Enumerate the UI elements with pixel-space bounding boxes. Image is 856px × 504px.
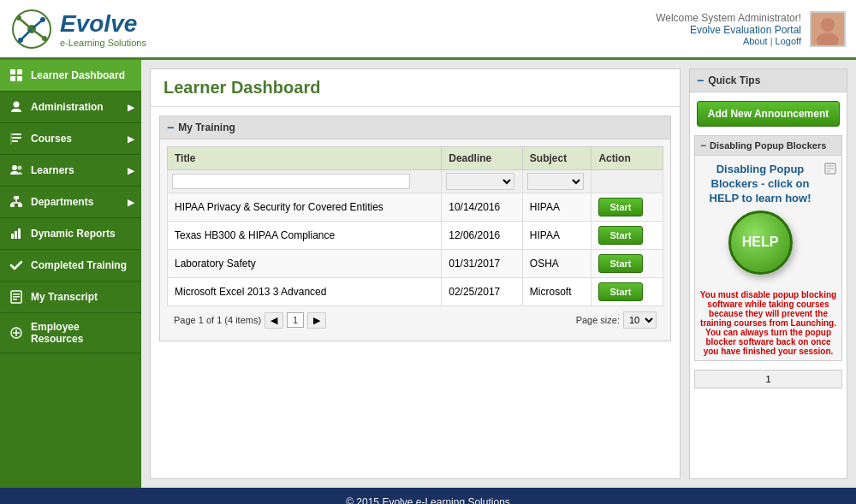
page-prev-btn[interactable]: ◀	[265, 312, 283, 329]
help-button[interactable]: HELP	[728, 210, 793, 275]
table-row: HIPAA Privacy & Security for Covered Ent…	[168, 193, 663, 222]
page-next-btn[interactable]: ▶	[307, 312, 326, 329]
quick-tips-collapse-btn[interactable]: −	[697, 74, 704, 87]
svg-point-7	[817, 33, 839, 45]
header-right: Welcome System Administrator! Evolve Eva…	[656, 11, 846, 47]
svg-rect-24	[11, 234, 14, 239]
start-button[interactable]: Start	[598, 282, 642, 301]
col-deadline: Deadline	[442, 147, 523, 170]
svg-rect-8	[10, 69, 15, 74]
logo-area: Evolve e-Learning Solutions	[10, 8, 146, 50]
sidebar-item-dynamic-reports[interactable]: Dynamic Reports	[0, 218, 141, 250]
table-row: Microsoft Excel 2013 3 Advanced 02/25/20…	[168, 278, 663, 306]
filter-subject-select[interactable]	[527, 173, 584, 190]
svg-rect-15	[11, 140, 18, 142]
svg-rect-20	[10, 204, 15, 207]
announcement-header: − Disabling Popup Blockers	[695, 136, 841, 156]
svg-point-17	[12, 165, 17, 170]
table-row: Texas HB300 & HIPAA Compliance 12/06/201…	[168, 222, 663, 250]
logo-text: Evolve e-Learning Solutions	[60, 10, 146, 48]
svg-point-18	[18, 166, 22, 170]
row-subject: Microsoft	[522, 278, 591, 306]
sidebar-item-my-transcript[interactable]: My Transcript	[0, 282, 141, 313]
svg-rect-25	[15, 231, 17, 239]
training-table: Title Deadline Subject Action	[167, 146, 663, 306]
add-announcement-button[interactable]: Add New Announcement	[697, 101, 840, 127]
svg-rect-14	[11, 137, 21, 139]
svg-rect-21	[18, 204, 22, 207]
main-layout: Learner Dashboard Administration ▶	[0, 60, 856, 488]
quick-tips-header: − Quick Tips	[690, 69, 847, 92]
sidebar-item-administration[interactable]: Administration ▶	[0, 92, 141, 123]
start-button[interactable]: Start	[598, 226, 642, 245]
row-deadline: 01/31/2017	[442, 250, 523, 278]
reports-icon	[9, 226, 24, 241]
quick-tips-label: Quick Tips	[708, 74, 760, 86]
announcement-text-wrap: Disabling Popup Blockers - click on HELP…	[700, 163, 820, 279]
announcement-title: Disabling Popup Blockers - click on HELP…	[700, 163, 820, 206]
page-current: 1	[287, 312, 304, 328]
filter-title-input[interactable]	[172, 174, 410, 189]
courses-icon	[9, 131, 24, 146]
right-panel: − Quick Tips Add New Announcement − Disa…	[689, 68, 847, 479]
filter-action-cell	[591, 170, 663, 193]
sidebar-item-employee-resources[interactable]: Employee Resources	[0, 313, 141, 353]
content: Learner Dashboard − My Training Title De…	[141, 60, 856, 488]
row-action: Start	[591, 222, 663, 250]
about-link[interactable]: About	[743, 36, 768, 46]
announcement-page-nav: 1	[694, 370, 842, 388]
my-training-section: − My Training Title Deadline Subject Act…	[159, 116, 671, 341]
page-size-label: Page size:	[576, 315, 620, 325]
svg-rect-29	[13, 296, 20, 298]
svg-rect-10	[10, 76, 15, 81]
pagination: Page 1 of 1 (4 items) ◀ 1 ▶ Page size: 1…	[167, 306, 663, 334]
row-action: Start	[591, 193, 663, 222]
sidebar-label-courses: Courses	[31, 133, 72, 145]
sidebar-item-learners[interactable]: Learners ▶	[0, 155, 141, 187]
table-row: Laboratory Safety 01/31/2017 OSHA Start	[168, 250, 663, 278]
sidebar-item-departments[interactable]: Departments ▶	[0, 187, 141, 218]
my-training-header: − My Training	[160, 116, 670, 139]
row-title: Texas HB300 & HIPAA Compliance	[168, 222, 442, 250]
svg-rect-9	[17, 69, 22, 74]
learners-icon	[9, 163, 24, 178]
svg-point-6	[821, 18, 835, 32]
row-deadline: 12/06/2016	[442, 222, 523, 250]
main-panel: Learner Dashboard − My Training Title De…	[150, 68, 681, 479]
footer: © 2015 Evolve e-Learning Solutions	[0, 488, 856, 504]
my-training-collapse-btn[interactable]: −	[167, 121, 174, 134]
filter-deadline-select[interactable]	[446, 173, 514, 190]
header-info: Welcome System Administrator! Evolve Eva…	[656, 12, 801, 46]
announcement-collapse-btn[interactable]: −	[700, 139, 706, 151]
filter-row	[168, 170, 663, 193]
logo-sub: e-Learning Solutions	[60, 38, 146, 48]
start-button[interactable]: Start	[598, 254, 642, 273]
logoff-link[interactable]: Logoff	[776, 36, 801, 46]
portal-name: Evolve Evaluation Portal	[656, 24, 801, 36]
svg-point-3	[40, 17, 45, 22]
sidebar-item-completed-training[interactable]: Completed Training	[0, 250, 141, 282]
sidebar-label-dynamic-reports: Dynamic Reports	[31, 228, 116, 240]
start-button[interactable]: Start	[598, 198, 642, 216]
svg-point-4	[18, 38, 23, 43]
sidebar-label-administration: Administration	[31, 101, 104, 113]
filter-subject-cell	[522, 170, 591, 193]
sidebar-label-employee-resources: Employee Resources	[31, 321, 133, 345]
row-deadline: 10/14/2016	[442, 193, 523, 222]
sidebar: Learner Dashboard Administration ▶	[0, 60, 141, 488]
svg-rect-30	[13, 299, 17, 300]
edit-icon[interactable]	[824, 163, 836, 177]
training-tbody: HIPAA Privacy & Security for Covered Ent…	[168, 170, 663, 306]
sidebar-item-learner-dashboard[interactable]: Learner Dashboard	[0, 60, 141, 92]
announcement-content: Disabling Popup Blockers - click on HELP…	[695, 156, 841, 286]
page-size-select[interactable]: 10	[623, 311, 657, 329]
panel-header: Learner Dashboard	[151, 69, 680, 107]
sidebar-label-completed-training: Completed Training	[31, 259, 127, 271]
row-title: Microsoft Excel 2013 3 Advanced	[168, 278, 442, 306]
header-links: About | Logoff	[656, 36, 801, 46]
page-left: Page 1 of 1 (4 items) ◀ 1 ▶	[174, 312, 326, 329]
page-title: Learner Dashboard	[163, 78, 667, 98]
welcome-text: Welcome System Administrator!	[656, 12, 801, 24]
header: Evolve e-Learning Solutions Welcome Syst…	[0, 0, 856, 60]
sidebar-item-courses[interactable]: Courses ▶	[0, 123, 141, 155]
